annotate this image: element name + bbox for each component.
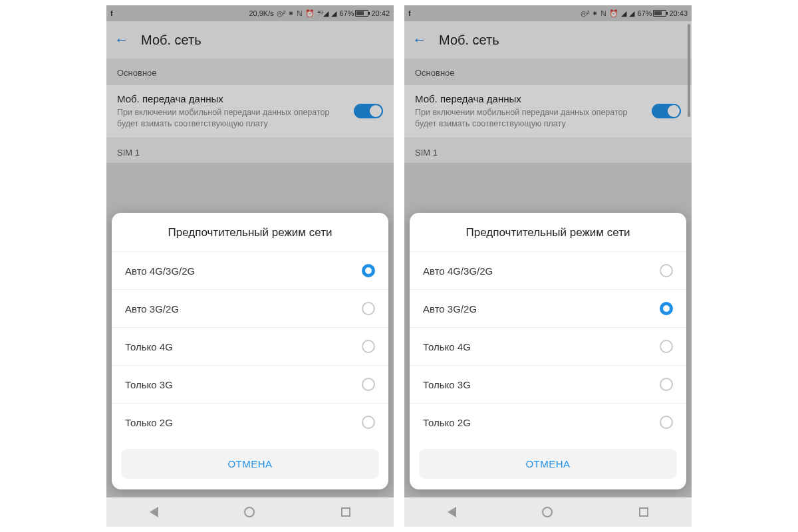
radio-icon bbox=[362, 302, 375, 315]
nav-home-icon[interactable] bbox=[542, 507, 553, 517]
phone-screenshot-left: f 20,9K/s ◎² ⁕ ℕ ⏰ ⁴ᴳ◢ ◢ 67% 20:42 ← Моб… bbox=[0, 0, 399, 532]
option-only-2g[interactable]: Только 2G bbox=[410, 403, 686, 441]
screen: f 20,9K/s ◎² ⁕ ℕ ⏰ ⁴ᴳ◢ ◢ 67% 20:42 ← Моб… bbox=[106, 5, 394, 527]
radio-icon bbox=[660, 264, 673, 277]
nav-bar bbox=[106, 497, 394, 527]
option-label: Только 4G bbox=[423, 341, 471, 352]
radio-icon bbox=[660, 378, 673, 391]
nav-recent-icon[interactable] bbox=[639, 507, 648, 517]
network-mode-dialog: Предпочтительный режим сети Авто 4G/3G/2… bbox=[410, 213, 686, 489]
nav-recent-icon[interactable] bbox=[341, 507, 350, 517]
option-label: Авто 3G/2G bbox=[125, 303, 179, 315]
nav-back-icon[interactable] bbox=[448, 507, 456, 517]
option-label: Только 3G bbox=[423, 379, 471, 390]
radio-icon bbox=[362, 340, 375, 353]
option-label: Только 4G bbox=[125, 341, 173, 352]
option-label: Только 3G bbox=[125, 379, 173, 390]
radio-icon bbox=[660, 340, 673, 353]
option-only-4g[interactable]: Только 4G bbox=[112, 327, 388, 365]
radio-icon bbox=[660, 416, 673, 429]
option-only-4g[interactable]: Только 4G bbox=[410, 327, 686, 365]
nav-back-icon[interactable] bbox=[150, 507, 158, 517]
radio-icon bbox=[660, 302, 673, 315]
option-auto-4g-3g-2g[interactable]: Авто 4G/3G/2G bbox=[112, 251, 388, 289]
nav-home-icon[interactable] bbox=[244, 507, 255, 517]
dialog-title: Предпочтительный режим сети bbox=[112, 213, 388, 251]
radio-icon bbox=[362, 378, 375, 391]
option-auto-3g-2g[interactable]: Авто 3G/2G bbox=[410, 289, 686, 327]
network-mode-dialog: Предпочтительный режим сети Авто 4G/3G/2… bbox=[112, 213, 388, 489]
screen: f ◎² ⁕ ℕ ⏰ ◢ ◢ 67% 20:43 ← Моб. сеть Осн… bbox=[404, 5, 692, 527]
radio-icon bbox=[362, 264, 375, 277]
option-only-2g[interactable]: Только 2G bbox=[112, 403, 388, 441]
phone-screenshot-right: f ◎² ⁕ ℕ ⏰ ◢ ◢ 67% 20:43 ← Моб. сеть Осн… bbox=[399, 0, 798, 532]
option-label: Авто 3G/2G bbox=[423, 303, 477, 315]
option-auto-4g-3g-2g[interactable]: Авто 4G/3G/2G bbox=[410, 251, 686, 289]
option-label: Авто 4G/3G/2G bbox=[423, 265, 493, 277]
option-label: Только 2G bbox=[125, 417, 173, 428]
option-only-3g[interactable]: Только 3G bbox=[410, 365, 686, 403]
option-label: Только 2G bbox=[423, 417, 471, 428]
cancel-button[interactable]: ОТМЕНА bbox=[121, 449, 379, 479]
nav-bar bbox=[404, 497, 692, 527]
option-auto-3g-2g[interactable]: Авто 3G/2G bbox=[112, 289, 388, 327]
option-only-3g[interactable]: Только 3G bbox=[112, 365, 388, 403]
radio-icon bbox=[362, 416, 375, 429]
cancel-button[interactable]: ОТМЕНА bbox=[419, 449, 677, 479]
option-label: Авто 4G/3G/2G bbox=[125, 265, 195, 277]
dialog-title: Предпочтительный режим сети bbox=[410, 213, 686, 251]
